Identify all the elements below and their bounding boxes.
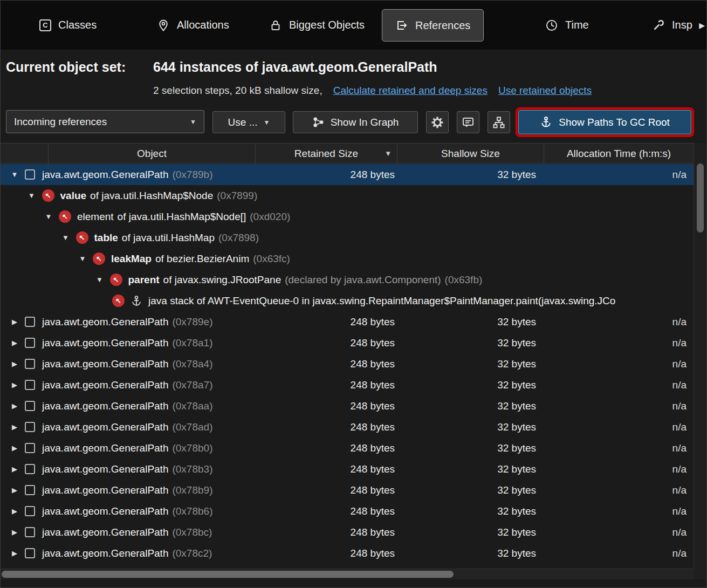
object-row[interactable]: ▶java.awt.geom.GeneralPath(0x78c5)248 by… — [1, 564, 694, 569]
reference-row[interactable]: ▼↖valueof java.util.HashMap$Node(0x7899) — [1, 185, 694, 206]
object-name: java.awt.geom.GeneralPath — [42, 400, 168, 412]
object-address: (0x63fb) — [445, 274, 483, 285]
row-checkbox[interactable] — [25, 422, 35, 432]
object-row[interactable]: ▶java.awt.geom.GeneralPath(0x78a7)248 by… — [1, 374, 694, 395]
show-paths-to-gc-root-button[interactable]: Show Paths To GC Root — [518, 110, 691, 134]
object-name: java.awt.geom.GeneralPath — [42, 527, 168, 538]
object-row[interactable]: ▶java.awt.geom.GeneralPath(0x78b0)248 by… — [1, 437, 694, 459]
row-checkbox[interactable] — [25, 380, 35, 390]
expand-toggle[interactable]: ▼ — [28, 192, 36, 200]
object-row[interactable]: ▼java.awt.geom.GeneralPath(0x789b)248 by… — [1, 164, 694, 185]
reference-type-select[interactable]: Incoming references ▼ — [6, 110, 204, 133]
horizontal-scrollbar[interactable] — [1, 569, 694, 579]
tab-references[interactable]: References — [382, 9, 484, 42]
retained-size-value: 248 bytes — [351, 400, 395, 412]
expand-toggle[interactable]: ▶ — [10, 318, 19, 326]
object-row[interactable]: ▶java.awt.geom.GeneralPath(0x78a4)248 by… — [1, 353, 694, 374]
reference-row[interactable]: ▼↖tableof java.util.HashMap(0x7898) — [1, 227, 694, 248]
row-checkbox[interactable] — [25, 548, 35, 558]
shallow-size-value: 32 bytes — [497, 169, 536, 181]
expand-toggle[interactable]: ▶ — [10, 360, 19, 368]
object-row[interactable]: ▶java.awt.geom.GeneralPath(0x78c2)248 by… — [1, 543, 694, 564]
tab-inspections[interactable]: Insp — [652, 1, 692, 50]
use-button[interactable]: Use ... ▼ — [212, 111, 285, 133]
expand-toggle[interactable]: ▶ — [10, 528, 19, 536]
row-checkbox[interactable] — [25, 527, 35, 537]
use-retained-objects-link[interactable]: Use retained objects — [498, 85, 592, 97]
object-address: (0x78bc) — [172, 527, 212, 538]
expand-toggle[interactable]: ▶ — [10, 402, 19, 410]
object-row[interactable]: ▶java.awt.geom.GeneralPath(0x789e)248 by… — [1, 311, 694, 332]
tab-time[interactable]: Time — [545, 1, 589, 50]
hierarchy-icon — [492, 116, 505, 129]
reference-row[interactable]: ▼↖leakMapof bezier.BezierAnim(0x63fc) — [1, 248, 694, 269]
expand-toggle[interactable]: ▼ — [78, 255, 87, 263]
object-address: (0x78a4) — [172, 358, 212, 370]
incoming-reference-icon: ↖ — [110, 274, 122, 286]
column-gutter — [1, 143, 48, 164]
object-row[interactable]: ▶java.awt.geom.GeneralPath(0x78a1)248 by… — [1, 332, 694, 353]
expand-toggle[interactable]: ▶ — [10, 381, 19, 389]
vertical-scrollbar[interactable] — [694, 143, 707, 579]
expand-toggle[interactable]: ▶ — [10, 507, 19, 515]
expand-toggle[interactable]: ▶ — [10, 339, 19, 347]
tab-overflow-chevron-icon[interactable]: ▶ — [699, 21, 705, 30]
tab-allocations[interactable]: Allocations — [157, 1, 229, 50]
calculate-retained-link[interactable]: Calculate retained and deep sizes — [333, 85, 488, 97]
allocation-time-value: n/a — [672, 505, 687, 517]
row-checkbox[interactable] — [25, 317, 35, 327]
object-row[interactable]: ▶java.awt.geom.GeneralPath(0x78aa)248 by… — [1, 395, 694, 416]
comment-button[interactable] — [457, 111, 479, 133]
table-header: Object Retained Size ▼ Shallow Size Allo… — [1, 143, 694, 163]
current-object-set-label: Current object set: — [6, 59, 126, 75]
object-row[interactable]: ▶java.awt.geom.GeneralPath(0x78b6)248 by… — [1, 501, 694, 522]
field-name: table — [94, 232, 118, 243]
object-row[interactable]: ▶java.awt.geom.GeneralPath(0x78b3)248 by… — [1, 459, 694, 480]
reference-row[interactable]: ▼↖elementof java.util.HashMap$Node[](0xd… — [1, 206, 694, 227]
object-row[interactable]: ▶java.awt.geom.GeneralPath(0x78b9)248 by… — [1, 480, 694, 501]
row-checkbox[interactable] — [25, 506, 35, 516]
row-checkbox[interactable] — [25, 401, 35, 411]
expand-toggle[interactable]: ▶ — [10, 423, 19, 431]
object-row[interactable]: ▶java.awt.geom.GeneralPath(0x78bc)248 by… — [1, 522, 694, 543]
settings-button[interactable] — [426, 111, 449, 133]
expand-toggle[interactable]: ▶ — [10, 444, 19, 452]
column-allocation-time[interactable]: Allocation Time (h:m:s) — [544, 143, 694, 164]
retained-size-value: 248 bytes — [351, 316, 395, 328]
object-name: java.awt.geom.GeneralPath — [42, 484, 168, 496]
expand-toggle[interactable]: ▼ — [95, 276, 104, 284]
object-address: (0x78b6) — [172, 505, 212, 517]
column-object[interactable]: Object — [48, 143, 255, 164]
tree-view-button[interactable] — [488, 111, 510, 133]
sort-descending-icon: ▼ — [385, 149, 392, 158]
expand-toggle[interactable]: ▶ — [10, 549, 19, 557]
column-retained-size[interactable]: Retained Size ▼ — [255, 143, 397, 164]
row-checkbox[interactable] — [25, 338, 35, 348]
field-name: element — [77, 211, 114, 222]
reference-row[interactable]: ▼↖parentof javax.swing.JRootPane(declare… — [1, 269, 694, 290]
expand-toggle[interactable]: ▼ — [10, 170, 19, 179]
row-checkbox[interactable] — [25, 443, 35, 453]
object-row[interactable]: ▶java.awt.geom.GeneralPath(0x78ad)248 by… — [1, 416, 694, 437]
clock-icon — [545, 19, 558, 32]
row-checkbox[interactable] — [25, 485, 35, 495]
vertical-scrollbar-thumb[interactable] — [697, 163, 704, 233]
expand-toggle[interactable]: ▼ — [44, 213, 53, 221]
expand-toggle[interactable]: ▶ — [10, 486, 19, 494]
reference-text: parentof javax.swing.JRootPane(declared … — [128, 274, 483, 286]
row-checkbox[interactable] — [25, 169, 35, 180]
show-in-graph-button[interactable]: Show In Graph — [293, 111, 418, 133]
horizontal-scrollbar-thumb[interactable] — [2, 571, 454, 578]
row-checkbox[interactable] — [25, 464, 35, 474]
row-checkbox[interactable] — [25, 359, 35, 369]
object-name: java.awt.geom.GeneralPath — [42, 316, 168, 328]
tab-label: References — [415, 19, 470, 32]
tab-biggest-objects[interactable]: Biggest Objects — [269, 1, 365, 50]
tab-classes[interactable]: C Classes — [39, 1, 97, 50]
gc-root-row[interactable]: ↖java stack of AWT-EventQueue-0 in javax… — [1, 290, 694, 311]
expand-toggle[interactable]: ▶ — [10, 465, 19, 473]
column-shallow-size[interactable]: Shallow Size — [397, 143, 544, 164]
expand-toggle[interactable]: ▼ — [61, 234, 70, 242]
gc-root-anchor-icon — [131, 295, 142, 307]
reference-text: leakMapof bezier.BezierAnim(0x63fc) — [111, 253, 290, 265]
